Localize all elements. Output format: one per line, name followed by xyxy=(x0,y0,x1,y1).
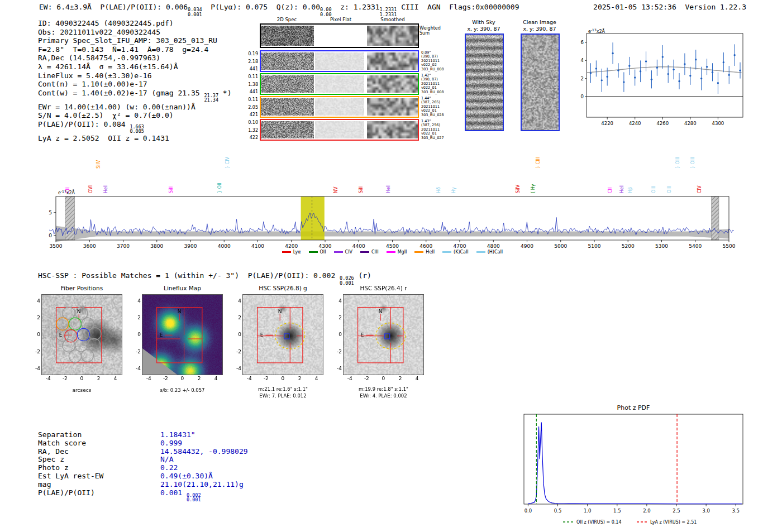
detection-position-box xyxy=(385,334,390,339)
match-field-label: RA, Dec xyxy=(38,448,160,456)
y-tick-label: 0 xyxy=(334,332,342,337)
fiber-circle xyxy=(81,349,93,362)
y-tick-label: -4 xyxy=(233,366,241,371)
data-point xyxy=(656,67,658,69)
x-tick-label: 5400 xyxy=(689,243,702,249)
stack-bottom: 0.00 xyxy=(320,12,331,17)
clean-image-coords: x, y: 390, 87 xyxy=(514,26,565,32)
panel-title: HSC SSP(26.4) r xyxy=(344,285,423,291)
fiber-circle xyxy=(88,338,100,351)
fiber-positions-overlay: NE xyxy=(42,295,122,375)
fiber-circle xyxy=(69,318,81,330)
spec2d-row-left-label: 422 xyxy=(247,135,258,140)
pdf-x-tick-label: 2.0 xyxy=(643,508,651,514)
spec2d-row xyxy=(260,23,419,48)
y-tick-label: -4 xyxy=(133,366,141,371)
spec2d-right-line: 303_RU_027 xyxy=(421,136,448,140)
legend-label: CIII xyxy=(371,250,379,255)
text-segment: N/A xyxy=(160,455,173,463)
x-tick-label: 2 xyxy=(295,376,304,381)
spec2d-row xyxy=(260,96,419,118)
text-segment: Cont(w) = 1.40(±0.02)e-17 (gmag 21.35 xyxy=(38,89,204,97)
text-segment: Primary Spec_Slot_IFU_AMP: 303_025_013_R… xyxy=(38,36,217,45)
x-tick-label: 2 xyxy=(396,376,405,381)
spec2d-row-left-label: 2.18 xyxy=(247,59,258,64)
fiber-circle xyxy=(69,350,81,362)
x-tick-label: 3600 xyxy=(83,243,96,249)
x-tick-label: 4 xyxy=(312,376,321,381)
hsc-g-panel: HSC SSP(26.8) g NE m:21.1 re:1.6" s:1.1"… xyxy=(235,282,334,402)
stacked-fraction: 1.6630.005 xyxy=(130,124,144,134)
text-segment: S/N = 4.0(±2.5) χ² = 0.7(±0.0) xyxy=(38,111,174,119)
spec2d-raw-image xyxy=(261,75,314,93)
match-table-row: RA, Dec14.584432, -0.998029 xyxy=(38,448,248,456)
legend-swatch xyxy=(282,251,291,253)
pdf-axes-box xyxy=(524,414,743,504)
x-tick-label: 5500 xyxy=(723,243,736,249)
text-segment: EWr = 14.00(±14.00) (w: 0.00(±nan))Å xyxy=(38,103,196,111)
fiber-circle xyxy=(63,307,75,319)
x-tick-label: 4700 xyxy=(454,243,466,249)
spec2d-smooth-image xyxy=(367,26,418,46)
spec2d-row-left-label: 441 xyxy=(247,89,258,94)
x-tick-label: 4240 xyxy=(629,121,641,126)
pdf-x-tick-label: 3.5 xyxy=(732,508,740,514)
y-tick-label: 5 xyxy=(49,210,52,215)
match-table-row: P(LAE)/P(OII)0.001 0.0020.001 xyxy=(38,489,248,502)
match-table-row: mag21.10(21.10,21.11)g xyxy=(38,481,248,489)
spectrum-legend: LyαOIICIVCIIIMgIIHeII(K)CaII(H)CaII xyxy=(56,250,729,255)
emission-line-labels: CIIOVIHeIISiIVSiII} OII} CIVNVSiIIHeIIHδ… xyxy=(0,141,782,194)
pdf-x-tick-label: 0.0 xyxy=(524,508,532,514)
north-label: N xyxy=(178,309,182,314)
x-tick-label: 4300 xyxy=(319,243,332,249)
spec2d-raw-image xyxy=(261,121,314,138)
text-segment: 1.18431" xyxy=(160,430,196,439)
x-tick-label: 0 xyxy=(77,376,86,381)
data-point xyxy=(728,74,730,75)
legend-label: CIV xyxy=(345,250,352,255)
data-point xyxy=(678,80,680,82)
data-point xyxy=(662,56,664,57)
spec2d-row xyxy=(260,73,419,95)
noise-band xyxy=(56,226,729,242)
pdf-legend-label: OII z (VIRUS) = 0.14 xyxy=(576,520,621,525)
weighted-sum-label: Weighted Sum xyxy=(419,26,445,36)
match-field-label: Separation xyxy=(38,431,160,439)
x-tick-label: 2 xyxy=(94,376,103,381)
phot-z-pdf-plot: Phot z PDF0.00.51.01.52.02.53.03.5OII z … xyxy=(519,402,757,531)
stack-bottom: 0.001 xyxy=(188,12,202,17)
spec2d-row-left-label: 0.11 xyxy=(247,74,258,79)
data-point xyxy=(617,69,619,71)
match-table-row: Match score0.999 xyxy=(38,439,248,448)
data-point xyxy=(717,82,719,84)
col-title-2dspec: 2D Spec xyxy=(260,17,314,22)
info-line: P(LAE)/P(OII): 0.084 1.6630.005 xyxy=(38,120,232,134)
col-title-pixelflat: Pixel Flat xyxy=(316,17,366,22)
data-point xyxy=(673,69,674,70)
match-field-value: 0.001 0.0020.001 xyxy=(160,488,201,497)
y-tick-label: 2 xyxy=(133,315,141,320)
info-line: RA,Dec (14.584754,-0.997963) xyxy=(38,54,232,63)
text-segment: CIII AGN Flags:0x00000009 xyxy=(397,3,519,11)
spec2d-row-left-label: 0.11 xyxy=(247,97,258,102)
stack-bottom: 1.2331 xyxy=(380,12,397,17)
panel-title: Lineflux Map xyxy=(142,285,222,291)
text-segment: P(Lyα): 0.075 Q(z): 0.00 xyxy=(202,3,320,11)
info-line: F=2.8" T=0.143 N̄=1.41 Ā=0.78 g=24.4 xyxy=(38,45,232,54)
with-sky-coords: x, y: 390, 87 xyxy=(458,26,509,32)
x-tick-label: 4900 xyxy=(521,243,533,249)
spec2d-smooth-image xyxy=(367,121,418,138)
detection-position-box xyxy=(284,334,289,339)
y-tick-label: 0 xyxy=(233,332,241,337)
data-point xyxy=(689,75,691,76)
match-field-label: Est LyA rest-EW xyxy=(38,472,160,481)
x-tick-label: 0 xyxy=(379,376,388,381)
spec2d-row-left-label: 1.32 xyxy=(247,128,258,133)
text-segment: HSC-SSP : Possible Matches = 1 (within +… xyxy=(38,271,340,280)
x-tick-label: 5300 xyxy=(655,243,668,249)
legend-item: (H)CaII xyxy=(476,250,503,255)
col-title-smoothed: Smoothed xyxy=(368,17,418,22)
fiber-circle xyxy=(89,328,101,340)
pdf-x-tick-label: 1.0 xyxy=(584,508,592,514)
data-point xyxy=(684,63,685,65)
